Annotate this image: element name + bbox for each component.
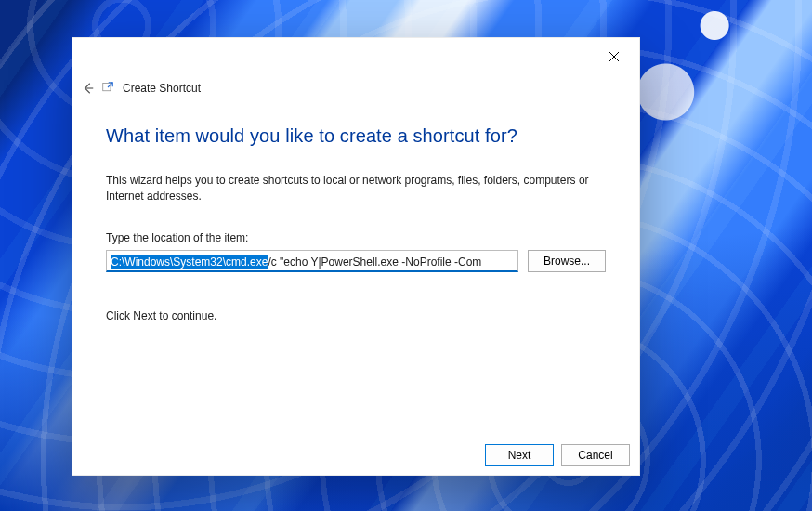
back-button[interactable] xyxy=(82,82,95,95)
location-row: C:\Windows\System32\cmd.exe /c "echo Y|P… xyxy=(106,250,606,272)
continue-hint: Click Next to continue. xyxy=(106,309,606,322)
back-arrow-icon xyxy=(82,82,95,95)
svg-rect-3 xyxy=(103,84,111,91)
shortcut-wizard-icon xyxy=(102,82,115,95)
location-selection: C:\Windows\System32\cmd.exe xyxy=(111,256,268,269)
cancel-button[interactable]: Cancel xyxy=(561,444,630,466)
location-label: Type the location of the item: xyxy=(106,231,606,244)
location-input[interactable]: C:\Windows\System32\cmd.exe /c "echo Y|P… xyxy=(106,250,518,272)
location-rest: /c "echo Y|PowerShell.exe -NoProfile -Co… xyxy=(268,256,481,269)
wizard-title: Create Shortcut xyxy=(123,82,201,95)
wizard-content: What item would you like to create a sho… xyxy=(72,99,639,436)
next-button[interactable]: Next xyxy=(485,444,554,466)
close-icon xyxy=(609,52,619,61)
browse-button[interactable]: Browse... xyxy=(528,250,606,272)
page-heading: What item would you like to create a sho… xyxy=(106,125,606,147)
wizard-header: Create Shortcut xyxy=(72,75,639,99)
create-shortcut-window: Create Shortcut What item would you like… xyxy=(72,37,640,476)
wizard-footer: Next Cancel xyxy=(72,436,639,475)
titlebar xyxy=(72,38,639,75)
close-button[interactable] xyxy=(593,42,635,72)
page-description: This wizard helps you to create shortcut… xyxy=(106,173,606,205)
